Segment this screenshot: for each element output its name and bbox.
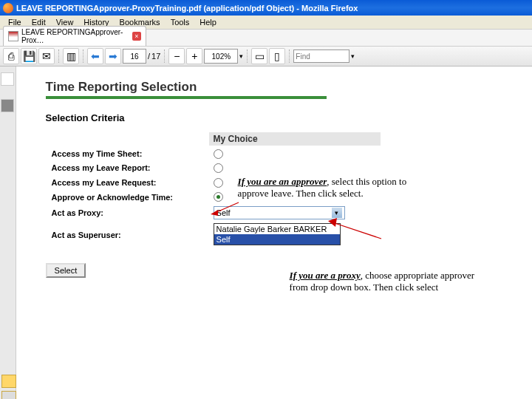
email-icon[interactable]: ✉ bbox=[38, 48, 55, 64]
page-total: 17 bbox=[151, 52, 160, 61]
page-title: Time Reporting Selection bbox=[46, 80, 502, 95]
page-input[interactable] bbox=[123, 49, 146, 64]
radio-timesheet[interactable] bbox=[214, 149, 223, 159]
browser-tab[interactable]: LEAVE REPORTINGApprover-Prox… × bbox=[3, 26, 146, 46]
radio-leave-report[interactable] bbox=[214, 163, 223, 173]
arrow-icon bbox=[328, 218, 383, 240]
annotation-lead: If you are an approver bbox=[238, 176, 327, 187]
row-label: Access my Leave Report: bbox=[47, 162, 208, 175]
thumbnails-icon[interactable] bbox=[1, 72, 14, 86]
row-label: Approve or Acknowledge Time: bbox=[47, 191, 208, 204]
col-blank bbox=[47, 132, 208, 146]
pdf-icon bbox=[8, 31, 18, 41]
pages-icon[interactable]: ▥ bbox=[63, 48, 79, 64]
tab-strip: LEAVE REPORTINGApprover-Prox… × bbox=[0, 30, 532, 47]
separator bbox=[58, 50, 59, 63]
row-label: Act as Superuser: bbox=[47, 222, 208, 247]
attach-icon[interactable] bbox=[1, 391, 16, 399]
svg-marker-1 bbox=[211, 210, 218, 216]
svg-line-0 bbox=[215, 202, 239, 213]
proxy-option[interactable]: Self bbox=[214, 234, 340, 245]
svg-line-2 bbox=[332, 222, 381, 239]
pdf-page: Time Reporting Selection Selection Crite… bbox=[16, 66, 532, 399]
proxy-option[interactable]: Natalie Gayle Barker BARKER bbox=[214, 224, 340, 234]
select-button[interactable]: Select bbox=[46, 263, 86, 278]
pdf-sidebar bbox=[0, 66, 16, 399]
page-sep: / bbox=[148, 52, 150, 61]
sidebar-footer bbox=[1, 375, 16, 399]
tab-label: LEAVE REPORTINGApprover-Prox… bbox=[21, 28, 128, 44]
row-label: Access my Leave Request: bbox=[47, 176, 208, 189]
separator bbox=[289, 50, 290, 63]
content-area: Time Reporting Selection Selection Crite… bbox=[0, 66, 532, 399]
pdf-toolbar: ⎙ 💾 ✉ ▥ ⬅ ➡ / 17 − + ▾ ▭ ▯ ▾ bbox=[0, 47, 532, 66]
row-label: Act as Proxy: bbox=[47, 205, 208, 221]
arrow-icon bbox=[211, 201, 240, 217]
comment-icon[interactable] bbox=[1, 375, 16, 388]
annotation-lead: If you are a proxy bbox=[290, 270, 361, 281]
zoom-input[interactable] bbox=[204, 49, 238, 64]
zoom-dropdown-icon[interactable]: ▾ bbox=[239, 52, 243, 60]
find-dropdown-icon[interactable]: ▾ bbox=[351, 52, 355, 60]
table-row: Access my Time Sheet: bbox=[47, 147, 381, 160]
separator bbox=[247, 50, 248, 63]
proxy-dropdown-list: Natalie Gayle Barker BARKER Self bbox=[214, 223, 341, 245]
window-title: LEAVE REPORTINGApprover-ProxyTraining.pd… bbox=[16, 4, 358, 13]
table-row: Access my Leave Report: bbox=[47, 162, 381, 175]
tab-close-icon[interactable]: × bbox=[132, 32, 141, 41]
annotation-approver: If you are an approver, select this opti… bbox=[238, 176, 430, 200]
menu-help[interactable]: Help bbox=[194, 17, 222, 27]
zoom-in-icon[interactable]: + bbox=[186, 48, 202, 64]
print-icon[interactable]: ⎙ bbox=[3, 48, 19, 64]
svg-marker-3 bbox=[328, 218, 337, 227]
fit-width-icon[interactable]: ▭ bbox=[251, 48, 267, 64]
radio-leave-request[interactable] bbox=[214, 178, 223, 188]
menu-tools[interactable]: Tools bbox=[166, 17, 195, 27]
col-my-choice: My Choice bbox=[209, 132, 381, 146]
firefox-icon bbox=[3, 3, 13, 13]
annotation-proxy: If you are a proxy, choose appropriate a… bbox=[290, 270, 482, 294]
next-page-icon[interactable]: ➡ bbox=[105, 48, 121, 64]
prev-page-icon[interactable]: ⬅ bbox=[87, 48, 103, 64]
fit-page-icon[interactable]: ▯ bbox=[269, 48, 285, 64]
zoom-out-icon[interactable]: − bbox=[168, 48, 185, 64]
chevron-down-icon[interactable]: ▾ bbox=[332, 208, 342, 218]
window-titlebar: LEAVE REPORTINGApprover-ProxyTraining.pd… bbox=[0, 0, 532, 16]
row-label: Access my Time Sheet: bbox=[47, 147, 208, 160]
separator bbox=[164, 50, 165, 63]
save-icon[interactable]: 💾 bbox=[21, 48, 37, 64]
section-subtitle: Selection Criteria bbox=[46, 112, 502, 123]
separator bbox=[83, 50, 83, 63]
title-rule bbox=[46, 96, 327, 99]
bookmarks-icon[interactable] bbox=[1, 99, 14, 112]
find-input[interactable] bbox=[293, 50, 349, 63]
